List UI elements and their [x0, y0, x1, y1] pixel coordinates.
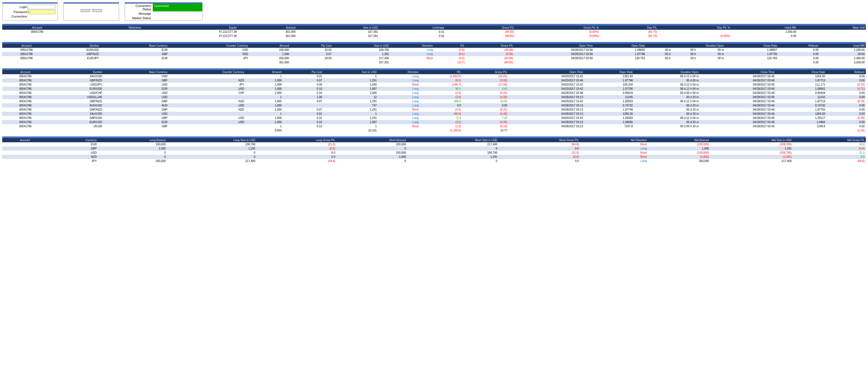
cell-base-unit	[797, 30, 866, 34]
cell-gross-pl-pct: (0.00%)	[515, 30, 600, 34]
col-open-time: Open Time	[515, 44, 594, 48]
closed-trades-section: Account Symbol Base Currency Counter Cur…	[2, 68, 866, 133]
cell-size-usd: 327,391	[297, 34, 379, 38]
closed-trade-row-10: 00541786XAU/USDUSD10.011Long(46.0)(0.46)…	[2, 112, 866, 116]
connection-status-value: Connected	[153, 4, 202, 11]
accounts-row-1: 00541786 47,222,577.39 301,000 327,391 0…	[2, 30, 866, 34]
col-rollover: Rollover	[778, 44, 819, 48]
cell-day-pl: (82.70)	[600, 30, 658, 34]
col-counter-currency: Counter Currency	[168, 44, 249, 48]
info-panel: Connection Status Connected Message Mark…	[125, 2, 203, 21]
col-size-usd: Size in USD	[297, 26, 379, 30]
closed-trade-row-4: 00541786EUR/USDEURUSD1,0000.101,087Long9…	[2, 87, 866, 91]
message-label: Message	[125, 11, 153, 16]
open-trades-header-row: Account Symbol Base Currency Counter Cur…	[2, 44, 866, 48]
col-day-pl-pct: Day P/L %	[658, 26, 732, 30]
closed-trade-row-6: 00541786USDOLLARUSD11.0012Long(3.0)(3.00…	[2, 95, 866, 99]
open-trades-table: Account Symbol Base Currency Counter Cur…	[2, 44, 866, 64]
closed-trade-row-12: 00541786EUR/USDEURUSD1,0000.101,087Long(…	[2, 120, 866, 124]
cell-day-pl-pct	[658, 30, 732, 34]
access-panel	[63, 2, 119, 21]
closed-trade-row-7: 00541786GBP/NZDGBPNZD1,0000.071,291Long4…	[2, 99, 866, 103]
accounts-section: Account Nickname Equity Amount Size in U…	[2, 24, 866, 38]
col-base-currency: Base Currency	[100, 44, 169, 48]
col-account: Account	[2, 26, 72, 30]
cell-gross-pl: (80.55)	[445, 30, 515, 34]
password-label: Password	[5, 10, 27, 13]
cell-equity: 47,222,577.39	[142, 30, 238, 34]
closed-trade-row-5: 00541786USD/CHFUSDCHF1,0000.101,000Long(…	[2, 91, 866, 95]
col-gross-pl: Gross P/L	[466, 44, 515, 48]
cell-leverage: 0.01	[379, 30, 445, 34]
cell-nickname	[72, 34, 142, 38]
closed-trades-header-row: Account Symbol Base Currency Counter Cur…	[2, 70, 866, 74]
open-trade-row-2: 00541786 GBP/NZD GBP NZD 1,000 0.07 1,29…	[2, 52, 866, 56]
col-size-usd: Size in USD	[333, 44, 390, 48]
open-trades-total-row: 301,000 327,391 (13.7) (80.55) 0.00 3,62…	[2, 60, 866, 64]
closed-trade-row-8: 00541786AUD/USDAUDUSD1,000747Long0.00.00…	[2, 103, 866, 107]
login-button[interactable]	[81, 9, 90, 12]
cell-day-pl: (82.70)	[600, 34, 658, 38]
currency-row-3: USD000.0100,000108,700(21.0)Short(100,00…	[2, 150, 866, 155]
accounts-table: Account Nickname Equity Amount Size in U…	[2, 26, 866, 38]
closed-trade-row-1: 00541786XAU/USDUSD10.011Long(1,691.0)(16…	[2, 74, 866, 78]
accounts-summary-row: 47,222,577.39 301,000 327,391 0.01 (80.5…	[2, 34, 866, 38]
closed-trade-row-3: 00541786USD/JPYUSDJPY1,0000.091,000Short…	[2, 82, 866, 87]
col-gross-pl-pct: Gross P/L %	[515, 26, 600, 30]
currency-row-1: EUR100,000108,700(21.0)200,000217,400(64…	[2, 142, 866, 146]
col-amount: Amount	[238, 26, 297, 30]
col-base-unit: Base Unit	[797, 26, 866, 30]
closed-trades-total-row: 9,00410,101(1,299.8)10.77(2.20)	[2, 128, 866, 133]
col-gross-pl: Gross P/L	[445, 26, 515, 30]
cell-account	[2, 34, 72, 38]
col-account: Account	[2, 44, 51, 48]
col-equity: Equity	[142, 26, 238, 30]
closed-trades-table: Account Symbol Base Currency Counter Cur…	[2, 70, 866, 133]
cell-used-mr: 1,000.00	[731, 30, 797, 34]
cell-gross-pl: (80.55)	[445, 34, 515, 38]
col-duration-open: Duration Open	[646, 44, 725, 48]
col-pip-cost: Pip Cost	[290, 44, 333, 48]
currency-table: Account Currency Long Amount Long Size i…	[2, 138, 866, 163]
col-direction: Direction	[390, 44, 434, 48]
open-trade-row-3: 00541786 EUR/JPY EUR JPY 200,000 18.00 2…	[2, 56, 866, 60]
col-amount: Amount	[249, 44, 290, 48]
col-symbol: Symbol	[51, 44, 100, 48]
cell-leverage: 0.01	[379, 34, 445, 38]
cell-nickname	[72, 30, 142, 34]
market-status-value	[153, 16, 202, 20]
cell-equity: 47,222,577.39	[142, 34, 238, 38]
connection-status-label: Connection Status	[125, 4, 153, 11]
currency-header-row: Account Currency Long Amount Long Size i…	[2, 138, 866, 142]
closed-trade-row-9: 00541786GBP/NZDGBPNZD1,0000.071,291Short…	[2, 107, 866, 112]
cell-size-usd: 327,391	[297, 30, 379, 34]
login-label: Login	[5, 5, 27, 9]
accounts-header-row: Account Nickname Equity Amount Size in U…	[2, 26, 866, 30]
login-input[interactable]	[28, 5, 55, 9]
col-leverage: Leverage	[379, 26, 445, 30]
currency-row-2: GBP1,0001,291(0.6)000.0Long1,0001,291(0.…	[2, 146, 866, 150]
market-status-label: Market Status	[125, 16, 153, 20]
currency-row-4: NZD000.01,0001,291(0.6)Short(1,000)(1,29…	[2, 155, 866, 159]
col-pl: P/L	[434, 44, 466, 48]
col-used-mr: Used MR	[731, 26, 797, 30]
col-nickname: Nickname	[72, 26, 142, 30]
cell-base-unit	[797, 34, 866, 38]
cell-used-mr: 0.00	[731, 34, 797, 38]
currency-section: Account Currency Long Amount Long Size i…	[2, 136, 866, 163]
cell-gross-pl-pct: (0.00%)	[515, 34, 600, 38]
cell-amount: 301,000	[238, 30, 297, 34]
connection-label: Connection	[5, 15, 27, 18]
currency-row-5: JPY200,000217,400(64.8)000.0Long200,0002…	[2, 159, 866, 163]
password-input[interactable]	[28, 10, 55, 14]
col-close-rate: Close Rate	[725, 44, 778, 48]
cell-day-pl-pct: (0.00%)	[658, 34, 732, 38]
col-day-pl: Day P/L	[600, 26, 658, 30]
logout-button[interactable]	[92, 9, 102, 12]
closed-trade-row-2: 00541786GBP/NZDGBPNZD1,0000.071,291Long(…	[2, 78, 866, 82]
message-value	[153, 11, 202, 16]
cell-amount: 301,000	[238, 34, 297, 38]
col-used-mr: Used MR	[819, 44, 866, 48]
info-grid: Connection Status Connected Message Mark…	[125, 4, 202, 20]
closed-trade-row-13: 00541786UK100GBP10.131Short(1.0)(0.13)04…	[2, 124, 866, 128]
